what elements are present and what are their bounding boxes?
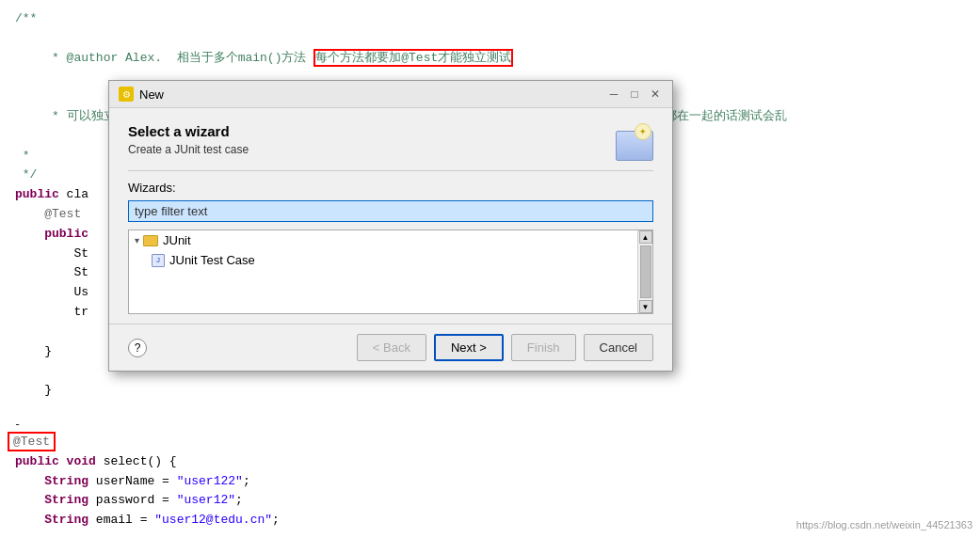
footer-buttons: < Back Next > Finish Cancel bbox=[357, 334, 653, 361]
folder-icon-junit bbox=[143, 235, 158, 246]
dialog-header-subtitle: Create a JUnit test case bbox=[128, 143, 249, 156]
dialog-header-text: Select a wizard Create a JUnit test case bbox=[128, 123, 249, 156]
bottom-line-4: String password = "user12"; bbox=[15, 491, 700, 511]
cancel-button[interactable]: Cancel bbox=[584, 334, 653, 361]
code-line-1: /** bbox=[15, 9, 965, 29]
dialog-footer: ? < Back Next > Finish Cancel bbox=[109, 324, 672, 371]
minimize-button[interactable]: ─ bbox=[606, 87, 621, 102]
bottom-line-2: public void select() { bbox=[15, 452, 700, 472]
tree-item-junit[interactable]: ▾ JUnit bbox=[129, 230, 652, 250]
folder-shine-icon: ✦ bbox=[635, 123, 651, 140]
tree-item-junit-test-case[interactable]: J JUnit Test Case bbox=[129, 250, 652, 270]
watermark: https://blog.csdn.net/weixin_44521363 bbox=[796, 519, 972, 530]
dialog-separator bbox=[128, 170, 653, 171]
dialog-titlebar: ⚙ New ─ □ ✕ bbox=[109, 81, 672, 108]
finish-button[interactable]: Finish bbox=[511, 334, 576, 361]
code-line-16: } bbox=[15, 381, 965, 401]
maximize-button[interactable]: □ bbox=[627, 87, 642, 102]
dialog-header-icon: ✦ bbox=[608, 123, 653, 161]
scroll-up-arrow[interactable]: ▲ bbox=[639, 230, 652, 244]
bottom-line-3: String userName = "user122"; bbox=[15, 472, 700, 492]
dialog-titlebar-controls[interactable]: ─ □ ✕ bbox=[606, 87, 663, 102]
scroll-down-arrow[interactable]: ▼ bbox=[639, 300, 652, 313]
bottom-line-5: String email = "user12@tedu.cn"; bbox=[15, 511, 700, 530]
dialog-content: Select a wizard Create a JUnit test case… bbox=[109, 108, 672, 324]
dialog-titlebar-left: ⚙ New bbox=[119, 87, 164, 102]
tree-label-junit: JUnit bbox=[163, 233, 191, 247]
dialog-title-text: New bbox=[139, 87, 164, 102]
tree-scrollbar[interactable]: ▲ ▼ bbox=[637, 230, 652, 313]
file-icon-junit-test: J bbox=[152, 254, 165, 267]
close-button[interactable]: ✕ bbox=[648, 87, 663, 102]
scroll-thumb[interactable] bbox=[640, 245, 651, 298]
back-button[interactable]: < Back bbox=[357, 334, 426, 361]
filter-input[interactable] bbox=[128, 200, 653, 222]
help-button[interactable]: ? bbox=[128, 339, 147, 357]
wizard-tree[interactable]: ▾ JUnit J JUnit Test Case ▲ ▼ bbox=[128, 229, 653, 314]
code-line-2: * @author Alex. 相当于多个main()方法 每个方法都要加@Te… bbox=[15, 29, 965, 87]
next-button[interactable]: Next > bbox=[434, 334, 504, 361]
tree-label-junit-test-case: JUnit Test Case bbox=[169, 253, 255, 267]
tree-toggle-junit[interactable]: ▾ bbox=[135, 235, 139, 245]
annotation-box-1: 每个方法都要加@Test才能独立测试 bbox=[313, 49, 513, 67]
wizards-label: Wizards: bbox=[128, 181, 653, 195]
bottom-line-1: @Test bbox=[15, 433, 700, 452]
dialog-header-title: Select a wizard bbox=[128, 123, 249, 139]
test-annotation-box: @Test bbox=[8, 432, 56, 451]
new-wizard-dialog: ⚙ New ─ □ ✕ Select a wizard Create a JUn… bbox=[108, 80, 673, 372]
dialog-header: Select a wizard Create a JUnit test case… bbox=[128, 123, 653, 161]
dialog-title-icon: ⚙ bbox=[119, 87, 134, 102]
